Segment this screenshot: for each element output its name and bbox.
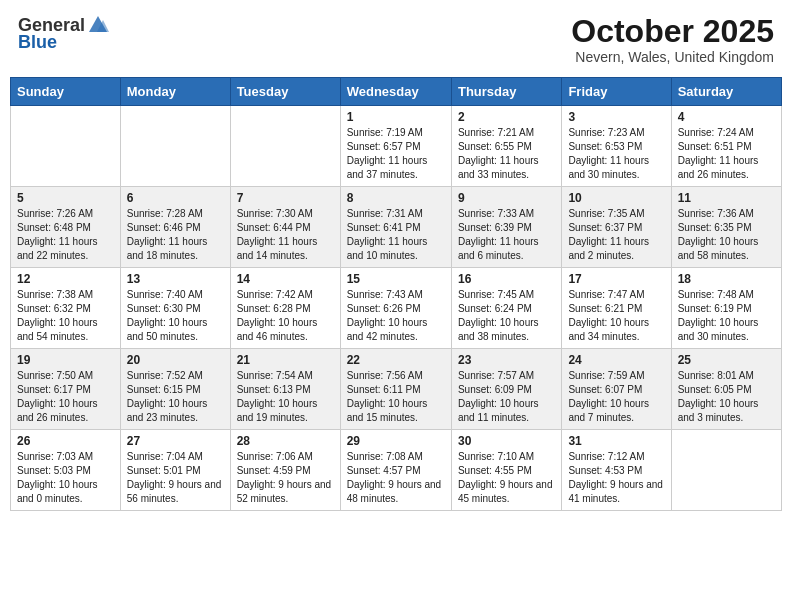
calendar-day-14: 14Sunrise: 7:42 AM Sunset: 6:28 PM Dayli… <box>230 268 340 349</box>
calendar-day-4: 4Sunrise: 7:24 AM Sunset: 6:51 PM Daylig… <box>671 106 781 187</box>
day-number: 13 <box>127 272 224 286</box>
calendar-day-2: 2Sunrise: 7:21 AM Sunset: 6:55 PM Daylig… <box>451 106 561 187</box>
col-header-saturday: Saturday <box>671 78 781 106</box>
day-info: Sunrise: 7:24 AM Sunset: 6:51 PM Dayligh… <box>678 126 775 182</box>
day-info: Sunrise: 7:56 AM Sunset: 6:11 PM Dayligh… <box>347 369 445 425</box>
calendar-day-5: 5Sunrise: 7:26 AM Sunset: 6:48 PM Daylig… <box>11 187 121 268</box>
calendar-day-28: 28Sunrise: 7:06 AM Sunset: 4:59 PM Dayli… <box>230 430 340 511</box>
calendar-day-29: 29Sunrise: 7:08 AM Sunset: 4:57 PM Dayli… <box>340 430 451 511</box>
day-info: Sunrise: 7:38 AM Sunset: 6:32 PM Dayligh… <box>17 288 114 344</box>
day-info: Sunrise: 7:08 AM Sunset: 4:57 PM Dayligh… <box>347 450 445 506</box>
day-number: 16 <box>458 272 555 286</box>
day-number: 19 <box>17 353 114 367</box>
calendar-day-17: 17Sunrise: 7:47 AM Sunset: 6:21 PM Dayli… <box>562 268 671 349</box>
calendar-empty-cell <box>230 106 340 187</box>
day-info: Sunrise: 7:12 AM Sunset: 4:53 PM Dayligh… <box>568 450 664 506</box>
day-number: 30 <box>458 434 555 448</box>
calendar-header-row: SundayMondayTuesdayWednesdayThursdayFrid… <box>11 78 782 106</box>
day-info: Sunrise: 7:19 AM Sunset: 6:57 PM Dayligh… <box>347 126 445 182</box>
calendar-week-row: 12Sunrise: 7:38 AM Sunset: 6:32 PM Dayli… <box>11 268 782 349</box>
day-number: 17 <box>568 272 664 286</box>
day-number: 27 <box>127 434 224 448</box>
day-number: 31 <box>568 434 664 448</box>
day-info: Sunrise: 7:43 AM Sunset: 6:26 PM Dayligh… <box>347 288 445 344</box>
calendar-day-24: 24Sunrise: 7:59 AM Sunset: 6:07 PM Dayli… <box>562 349 671 430</box>
day-number: 4 <box>678 110 775 124</box>
calendar-day-22: 22Sunrise: 7:56 AM Sunset: 6:11 PM Dayli… <box>340 349 451 430</box>
day-number: 20 <box>127 353 224 367</box>
day-number: 9 <box>458 191 555 205</box>
day-info: Sunrise: 7:42 AM Sunset: 6:28 PM Dayligh… <box>237 288 334 344</box>
day-info: Sunrise: 7:50 AM Sunset: 6:17 PM Dayligh… <box>17 369 114 425</box>
logo: General Blue <box>18 14 109 53</box>
day-info: Sunrise: 7:57 AM Sunset: 6:09 PM Dayligh… <box>458 369 555 425</box>
calendar-day-1: 1Sunrise: 7:19 AM Sunset: 6:57 PM Daylig… <box>340 106 451 187</box>
day-info: Sunrise: 7:21 AM Sunset: 6:55 PM Dayligh… <box>458 126 555 182</box>
day-info: Sunrise: 7:36 AM Sunset: 6:35 PM Dayligh… <box>678 207 775 263</box>
day-number: 12 <box>17 272 114 286</box>
calendar-day-19: 19Sunrise: 7:50 AM Sunset: 6:17 PM Dayli… <box>11 349 121 430</box>
logo-icon <box>87 14 109 36</box>
day-info: Sunrise: 7:04 AM Sunset: 5:01 PM Dayligh… <box>127 450 224 506</box>
col-header-monday: Monday <box>120 78 230 106</box>
col-header-sunday: Sunday <box>11 78 121 106</box>
day-info: Sunrise: 7:28 AM Sunset: 6:46 PM Dayligh… <box>127 207 224 263</box>
day-number: 24 <box>568 353 664 367</box>
calendar-empty-cell <box>120 106 230 187</box>
day-number: 5 <box>17 191 114 205</box>
calendar-week-row: 19Sunrise: 7:50 AM Sunset: 6:17 PM Dayli… <box>11 349 782 430</box>
day-number: 3 <box>568 110 664 124</box>
calendar-empty-cell <box>11 106 121 187</box>
calendar-day-25: 25Sunrise: 8:01 AM Sunset: 6:05 PM Dayli… <box>671 349 781 430</box>
day-number: 6 <box>127 191 224 205</box>
calendar-day-20: 20Sunrise: 7:52 AM Sunset: 6:15 PM Dayli… <box>120 349 230 430</box>
day-info: Sunrise: 7:03 AM Sunset: 5:03 PM Dayligh… <box>17 450 114 506</box>
location: Nevern, Wales, United Kingdom <box>571 49 774 65</box>
day-number: 10 <box>568 191 664 205</box>
col-header-thursday: Thursday <box>451 78 561 106</box>
day-info: Sunrise: 7:35 AM Sunset: 6:37 PM Dayligh… <box>568 207 664 263</box>
calendar-day-26: 26Sunrise: 7:03 AM Sunset: 5:03 PM Dayli… <box>11 430 121 511</box>
day-info: Sunrise: 7:31 AM Sunset: 6:41 PM Dayligh… <box>347 207 445 263</box>
calendar-day-27: 27Sunrise: 7:04 AM Sunset: 5:01 PM Dayli… <box>120 430 230 511</box>
col-header-wednesday: Wednesday <box>340 78 451 106</box>
page-header: General Blue October 2025 Nevern, Wales,… <box>10 10 782 69</box>
calendar-day-10: 10Sunrise: 7:35 AM Sunset: 6:37 PM Dayli… <box>562 187 671 268</box>
month-title: October 2025 <box>571 14 774 49</box>
day-number: 22 <box>347 353 445 367</box>
calendar-day-16: 16Sunrise: 7:45 AM Sunset: 6:24 PM Dayli… <box>451 268 561 349</box>
calendar-day-11: 11Sunrise: 7:36 AM Sunset: 6:35 PM Dayli… <box>671 187 781 268</box>
day-info: Sunrise: 8:01 AM Sunset: 6:05 PM Dayligh… <box>678 369 775 425</box>
day-number: 7 <box>237 191 334 205</box>
day-number: 15 <box>347 272 445 286</box>
calendar-empty-cell <box>671 430 781 511</box>
calendar-day-23: 23Sunrise: 7:57 AM Sunset: 6:09 PM Dayli… <box>451 349 561 430</box>
calendar-week-row: 5Sunrise: 7:26 AM Sunset: 6:48 PM Daylig… <box>11 187 782 268</box>
calendar-day-8: 8Sunrise: 7:31 AM Sunset: 6:41 PM Daylig… <box>340 187 451 268</box>
title-block: October 2025 Nevern, Wales, United Kingd… <box>571 14 774 65</box>
calendar-day-9: 9Sunrise: 7:33 AM Sunset: 6:39 PM Daylig… <box>451 187 561 268</box>
day-number: 8 <box>347 191 445 205</box>
day-info: Sunrise: 7:23 AM Sunset: 6:53 PM Dayligh… <box>568 126 664 182</box>
day-number: 21 <box>237 353 334 367</box>
calendar-day-12: 12Sunrise: 7:38 AM Sunset: 6:32 PM Dayli… <box>11 268 121 349</box>
calendar-day-30: 30Sunrise: 7:10 AM Sunset: 4:55 PM Dayli… <box>451 430 561 511</box>
calendar-day-3: 3Sunrise: 7:23 AM Sunset: 6:53 PM Daylig… <box>562 106 671 187</box>
day-info: Sunrise: 7:48 AM Sunset: 6:19 PM Dayligh… <box>678 288 775 344</box>
day-number: 2 <box>458 110 555 124</box>
col-header-friday: Friday <box>562 78 671 106</box>
day-info: Sunrise: 7:52 AM Sunset: 6:15 PM Dayligh… <box>127 369 224 425</box>
day-info: Sunrise: 7:06 AM Sunset: 4:59 PM Dayligh… <box>237 450 334 506</box>
day-info: Sunrise: 7:30 AM Sunset: 6:44 PM Dayligh… <box>237 207 334 263</box>
day-info: Sunrise: 7:40 AM Sunset: 6:30 PM Dayligh… <box>127 288 224 344</box>
calendar-week-row: 1Sunrise: 7:19 AM Sunset: 6:57 PM Daylig… <box>11 106 782 187</box>
day-info: Sunrise: 7:59 AM Sunset: 6:07 PM Dayligh… <box>568 369 664 425</box>
day-number: 11 <box>678 191 775 205</box>
day-number: 14 <box>237 272 334 286</box>
day-info: Sunrise: 7:45 AM Sunset: 6:24 PM Dayligh… <box>458 288 555 344</box>
day-number: 29 <box>347 434 445 448</box>
calendar-day-13: 13Sunrise: 7:40 AM Sunset: 6:30 PM Dayli… <box>120 268 230 349</box>
day-number: 25 <box>678 353 775 367</box>
day-number: 18 <box>678 272 775 286</box>
calendar-day-7: 7Sunrise: 7:30 AM Sunset: 6:44 PM Daylig… <box>230 187 340 268</box>
